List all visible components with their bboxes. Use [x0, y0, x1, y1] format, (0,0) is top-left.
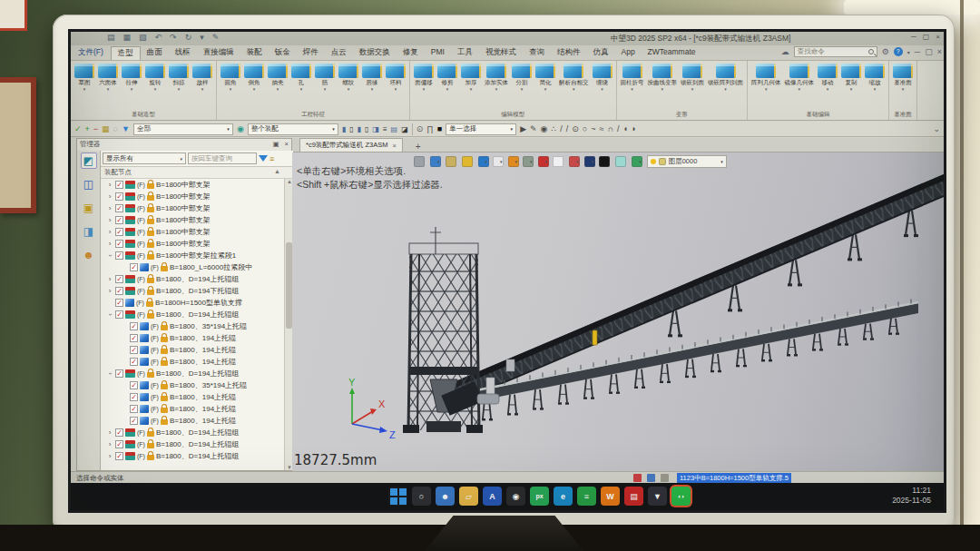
sketch-tool-icon-2[interactable]: ✎ — [530, 123, 537, 135]
sketch-tool-icon-3[interactable]: ◉ — [541, 123, 548, 135]
close-panel-icon[interactable]: × — [285, 140, 289, 148]
menu-tab-11[interactable]: PMI — [425, 46, 451, 60]
ribbon-button[interactable]: 扫掠▾ — [167, 63, 191, 110]
visibility-checkbox[interactable]: ✓ — [115, 216, 123, 224]
ribbon-button[interactable]: 倒角▾ — [242, 63, 266, 110]
history-manager-icon[interactable]: ◫ — [81, 176, 97, 192]
assembly-tree-icon[interactable]: ◩ — [81, 153, 97, 169]
chevron-collapsed-icon[interactable]: › — [106, 181, 113, 189]
restore-button[interactable]: ▢ — [923, 33, 930, 41]
ribbon-button[interactable]: 简化▾ — [534, 63, 557, 110]
sketch-tool-icon-10[interactable]: ≈ — [599, 123, 603, 135]
minimize-ribbon-icon[interactable]: ─ — [915, 47, 920, 56]
viewport-3d[interactable]: ▾▾▾▾▾▾▾▾▾图层0000▾ <单击右键>环境相关选项. <Shift +鼠… — [292, 153, 944, 471]
taskbar-red-app[interactable]: ▤ — [624, 487, 643, 506]
layer-combo[interactable]: 图层0000▾ — [647, 155, 727, 168]
menu-tab-18[interactable]: ZWTeammate — [642, 46, 702, 60]
ribbon-button[interactable]: 草图▾ — [73, 63, 96, 110]
sketch-tool-icon-1[interactable]: ▶ — [520, 123, 526, 135]
visibility-checkbox[interactable]: ✓ — [130, 334, 138, 342]
taskbar-clock[interactable]: 11:21 2025-11-05 — [892, 486, 931, 506]
window-icon[interactable] — [661, 474, 669, 482]
ribbon-button[interactable]: 镶嵌到面▾ — [679, 63, 706, 110]
visibility-checkbox[interactable]: ✓ — [115, 310, 123, 319]
menu-tab-5[interactable]: 装配 — [240, 46, 269, 60]
chevron-down-icon[interactable]: ▾ — [907, 49, 910, 55]
tree-row-15[interactable]: ✓(F)B=1800、194上托辊 — [101, 344, 284, 356]
dashed-circle-icon[interactable]: ◌ — [113, 123, 118, 135]
taskbar-cad-app[interactable]: A — [483, 487, 502, 506]
constraint-icon-7[interactable]: ▤ — [391, 123, 398, 135]
sketch-tool-icon-11[interactable]: ∩ — [607, 123, 612, 135]
redo-icon[interactable]: ↷ — [170, 33, 177, 42]
ref-geometry-icon[interactable]: ⊙ — [416, 123, 424, 135]
visibility-checkbox[interactable]: ✓ — [130, 417, 138, 425]
tree-row-22[interactable]: ›✓(F)B=1800、D=194上托辊组 — [101, 427, 284, 438]
regen-icon[interactable]: ↻ — [185, 33, 192, 42]
close-small-icon[interactable]: × — [937, 47, 942, 56]
visibility-checkbox[interactable]: ✓ — [115, 275, 123, 283]
chevron-collapsed-icon[interactable]: › — [106, 228, 113, 236]
monitor-icon[interactable] — [647, 474, 655, 482]
show-filter-dropdown[interactable]: 显示所有▾ — [103, 153, 186, 164]
visibility-checkbox[interactable]: ✓ — [115, 240, 123, 248]
taskbar-browser-dark[interactable]: ◉ — [506, 487, 525, 506]
taskbar-wechat[interactable]: ◖◗ — [671, 487, 691, 506]
select-mode-combo[interactable]: 单一选择▾ — [446, 123, 516, 135]
taskbar-contacts-app[interactable]: ☻ — [436, 487, 455, 506]
ribbon-button[interactable]: 筋▾ — [313, 63, 337, 110]
menu-tab-9[interactable]: 数据交换 — [353, 46, 397, 60]
open-icon[interactable]: ▧ — [139, 33, 147, 42]
ribbon-button[interactable]: 拉伸▾ — [120, 63, 143, 110]
menu-tab-15[interactable]: 结构件 — [551, 46, 587, 60]
color-swatch-icon[interactable]: ■ — [437, 123, 442, 135]
small-view-icon[interactable] — [553, 156, 564, 167]
ribbon-button[interactable]: 缠绕▾ — [591, 63, 614, 110]
constraint-icon-6[interactable]: ≡ — [383, 123, 387, 135]
tree-search-input[interactable]: 按回车键查询 — [188, 153, 257, 164]
tree-row-4[interactable]: ›✓(F)B=1800中部支架 — [101, 214, 284, 226]
ribbon-button[interactable]: 分割▾ — [510, 63, 534, 110]
view-manager-icon[interactable]: ▣ — [81, 200, 97, 216]
filter-menu-icon[interactable]: ≡ — [270, 154, 274, 163]
visibility-checkbox[interactable]: ✓ — [115, 228, 123, 236]
tree-row-10[interactable]: ›✓(F)B=1800、D=194下托辊组 — [101, 285, 284, 297]
pin-panel-icon[interactable]: ▣ — [273, 140, 279, 148]
close-button[interactable]: × — [936, 33, 940, 41]
visibility-checkbox[interactable]: ✓ — [115, 251, 123, 260]
sketch-pencil-icon[interactable] — [446, 156, 456, 167]
chevron-expanded-icon[interactable]: › — [106, 370, 114, 378]
tree-row-5[interactable]: ›✓(F)B=1800中部支架 — [101, 226, 284, 238]
remove-icon[interactable]: − — [93, 123, 98, 135]
constraint-icon-2[interactable]: ▯ — [349, 123, 353, 135]
chevron-expanded-icon[interactable]: › — [106, 311, 114, 319]
constraint-icon-1[interactable]: ▮ — [342, 123, 346, 135]
tree-row-1[interactable]: ›✓(F)B=1800中部支架 — [101, 179, 284, 191]
tree-row-21[interactable]: ✓(F)B=1800、194上托辊 — [101, 415, 284, 427]
menu-tab-4[interactable]: 直接编辑 — [197, 46, 240, 60]
edit-icon[interactable]: ✎ — [212, 33, 220, 42]
scope-combo[interactable]: 整个装配▾ — [248, 123, 338, 135]
ribbon-button[interactable]: 镜像几何体▾ — [783, 63, 817, 110]
sketch-tool-icon-5[interactable]: / — [560, 123, 563, 135]
visibility-checkbox[interactable]: ✓ — [115, 299, 123, 307]
visibility-checkbox[interactable]: ✓ — [130, 263, 138, 271]
chevron-collapsed-icon[interactable]: › — [106, 440, 113, 448]
tree-row-18[interactable]: ✓(F)B=1800、35*194上托辊 — [101, 379, 284, 391]
tree-row-9[interactable]: ›✓(F)B=1800、D=194上托辊组 — [101, 273, 284, 285]
menu-tab-2[interactable]: 曲面 — [141, 46, 169, 60]
ribbon-button[interactable]: 抽壳▾ — [266, 63, 289, 110]
constraint-icon-5[interactable]: ◨ — [372, 123, 379, 135]
tree-row-13[interactable]: ✓(F)B=1800、35*194上托辊 — [101, 320, 284, 332]
sketch-tool-icon-14[interactable]: ◗ — [632, 123, 636, 135]
visibility-checkbox[interactable]: ✓ — [130, 358, 138, 366]
menu-tab-12[interactable]: 工具 — [451, 46, 479, 60]
visibility-checkbox[interactable]: ✓ — [130, 322, 138, 330]
ribbon-button[interactable]: 坯料▾ — [384, 63, 407, 110]
menu-tab-17[interactable]: App — [614, 46, 641, 60]
tree-row-20[interactable]: ✓(F)B=1800、194上托辊 — [101, 403, 284, 415]
pattern-icon[interactable]: ▦ — [102, 123, 110, 135]
save-icon[interactable]: ▦ — [123, 33, 132, 42]
taskbar-search[interactable]: ○ — [412, 487, 431, 506]
ribbon-button[interactable]: 修剪▾ — [436, 63, 459, 110]
